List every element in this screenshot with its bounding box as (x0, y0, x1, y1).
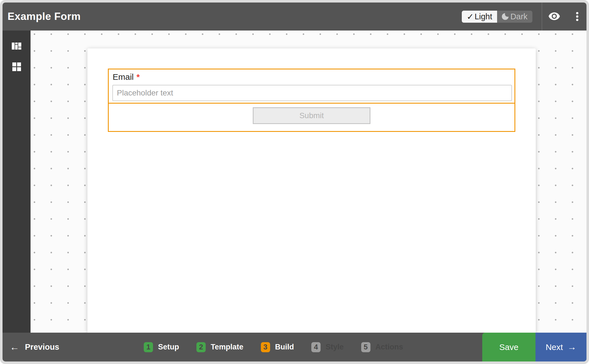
arrow-left-icon: ← (10, 342, 19, 353)
previous-label: Previous (25, 342, 59, 352)
more-options-button[interactable] (571, 8, 583, 25)
layout-widgets-icon (12, 43, 21, 50)
submit-button-block[interactable]: Submit (108, 104, 515, 132)
step-number-badge: 3 (261, 342, 270, 352)
step-label: Setup (158, 343, 179, 351)
next-label: Next (546, 342, 563, 352)
sidebar-grid-view-button[interactable] (9, 60, 24, 73)
step-label: Actions (375, 343, 403, 351)
step-style[interactable]: 4 Style (311, 342, 344, 352)
form-preview-card: Email * Submit (87, 48, 536, 333)
previous-button[interactable]: ← Previous (3, 333, 59, 361)
footer-actions: Save Next → (482, 333, 586, 361)
save-button[interactable]: Save (482, 333, 535, 361)
theme-light-button[interactable]: ✓ Light (462, 11, 497, 23)
step-number-badge: 5 (361, 342, 370, 352)
builder-sidebar (3, 31, 31, 333)
arrow-right-icon: → (567, 342, 576, 352)
step-build[interactable]: 3 Build (261, 342, 294, 352)
step-template[interactable]: 2 Template (196, 342, 244, 352)
page-title: Example Form (8, 11, 81, 22)
step-number-badge: 1 (144, 342, 153, 352)
step-setup[interactable]: 1 Setup (144, 342, 179, 352)
header-actions: ✓ Light Dark (462, 3, 586, 31)
footer-bar: ← Previous 1 Setup 2 Template 3 Build 4 (3, 333, 586, 361)
next-button[interactable]: Next → (535, 333, 586, 361)
check-icon: ✓ (467, 12, 474, 22)
theme-dark-label: Dark (510, 12, 527, 21)
step-label: Build (275, 343, 294, 351)
kebab-menu-icon (576, 12, 578, 21)
step-actions[interactable]: 5 Actions (361, 342, 403, 352)
form-builder-app: Example Form ✓ Light Dark (3, 3, 586, 361)
preview-button[interactable] (547, 8, 562, 25)
step-label: Template (211, 343, 244, 351)
step-label: Style (326, 343, 344, 351)
eye-icon (548, 10, 560, 23)
step-number-badge: 4 (311, 342, 321, 352)
header-bar: Example Form ✓ Light Dark (3, 3, 586, 31)
email-field-block[interactable]: Email * (108, 69, 515, 104)
theme-dark-button[interactable]: Dark (497, 11, 532, 23)
sidebar-layout-widgets-button[interactable] (9, 39, 24, 52)
theme-toggle: ✓ Light Dark (462, 11, 532, 23)
grid-view-icon (12, 62, 21, 71)
email-input[interactable] (112, 85, 512, 101)
header-divider (542, 3, 542, 31)
theme-light-label: Light (475, 12, 492, 21)
wizard-steps: 1 Setup 2 Template 3 Build 4 Style 5 A (144, 333, 403, 361)
step-number-badge: 2 (196, 342, 206, 352)
submit-button[interactable]: Submit (253, 107, 370, 124)
email-field-label: Email (113, 72, 134, 82)
moon-icon (502, 13, 509, 20)
app-window: Example Form ✓ Light Dark (0, 0, 589, 364)
email-field-label-row: Email * (113, 72, 512, 82)
main-area: Email * Submit (3, 31, 586, 333)
required-asterisk: * (136, 72, 140, 82)
design-canvas[interactable]: Email * Submit (31, 31, 586, 333)
